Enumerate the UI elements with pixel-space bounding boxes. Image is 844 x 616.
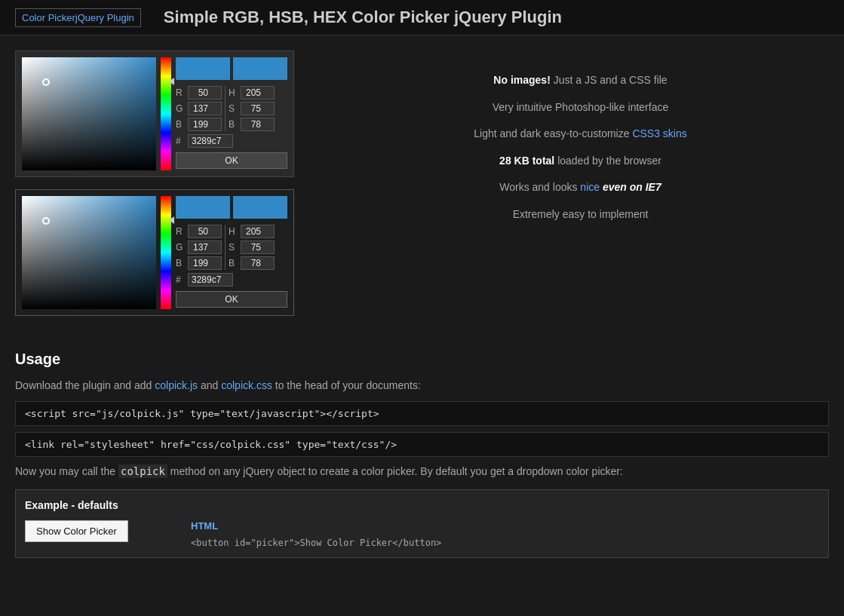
h-label-dark: H — [229, 226, 238, 237]
rgb-col-light: R G B — [176, 86, 222, 131]
hue-strip-dark[interactable] — [161, 196, 171, 309]
usage-desc-2: Now you may call the colpick method on a… — [15, 463, 829, 480]
r-input-light[interactable] — [188, 86, 222, 100]
ok-button-dark[interactable]: OK — [176, 291, 287, 308]
s-input-light[interactable] — [241, 102, 275, 115]
feature-text-1: Just a JS and a CSS file — [554, 74, 668, 86]
b-input-dark[interactable] — [188, 256, 222, 270]
hex-label-light: # — [176, 136, 185, 146]
show-picker-button[interactable]: Show Color Picker — [25, 520, 128, 542]
b-input-row-light: B — [176, 118, 222, 131]
html-label: HTML — [191, 520, 819, 532]
usage-desc-1-mid: and — [201, 379, 221, 391]
feature-no-images: No images! Just a JS and a CSS file — [362, 73, 799, 88]
feature-easy: Extremely easy to implement — [362, 207, 799, 222]
example-content: Show Color Picker HTML <button id="picke… — [25, 520, 819, 548]
features-list: No images! Just a JS and a CSS file Very… — [362, 66, 799, 222]
hue-arrow-dark — [169, 216, 174, 224]
s-input-row-light: S — [229, 102, 275, 115]
controls-panel-light: R G B — [176, 57, 287, 170]
controls-cols-light: R G B — [176, 86, 287, 131]
g-input-light[interactable] — [188, 102, 222, 115]
gradient-dark-layer-dark — [22, 196, 156, 309]
g-input-dark[interactable] — [188, 241, 222, 254]
gradient-dark-layer — [22, 57, 156, 170]
r-input-row-dark: R — [176, 225, 222, 238]
feature-highlight-5a: nice — [580, 181, 600, 193]
hex-input-dark[interactable] — [188, 273, 233, 287]
html-code: <button id="picker">Show Color Picker</b… — [191, 538, 441, 548]
bv-input-row-light: B — [229, 118, 275, 131]
color-picker-dark: R G B — [15, 189, 294, 316]
page-title: Simple RGB, HSB, HEX Color Picker jQuery… — [164, 8, 562, 27]
usage-desc-2-after: method on any jQuery object to create a … — [170, 465, 623, 477]
s-label-dark: S — [229, 242, 238, 253]
hue-strip-inner-dark — [161, 196, 171, 309]
preview-old-light — [233, 57, 287, 80]
b-label-dark: B — [176, 258, 185, 268]
g-label-light: G — [176, 103, 185, 114]
code-block-2: <link rel="stylesheet" href="css/colpick… — [15, 432, 829, 457]
h-input-row-light: H — [229, 86, 275, 100]
g-input-row-dark: G — [176, 241, 222, 254]
gradient-box-light[interactable] — [22, 57, 156, 170]
example-right: HTML <button id="picker">Show Color Pick… — [191, 520, 819, 548]
s-input-row-dark: S — [229, 241, 275, 254]
feature-skins: Light and dark easy-to-customize CSS3 sk… — [362, 127, 799, 142]
right-panel: No images! Just a JS and a CSS file Very… — [332, 51, 829, 328]
feature-text-3a: Light and dark easy-to-customize — [474, 127, 632, 139]
s-label-light: S — [229, 103, 238, 114]
h-label-light: H — [229, 87, 238, 98]
feature-text-5a: Works and looks — [499, 181, 580, 193]
feature-intuitive: Very intuitive Photoshop-like interface — [362, 100, 799, 115]
feature-highlight-3: CSS3 skins — [632, 127, 686, 139]
r-input-row-light: R — [176, 86, 222, 100]
feature-size: 28 KB total loaded by the browser — [362, 154, 799, 169]
bv-input-light[interactable] — [241, 118, 275, 131]
r-input-dark[interactable] — [188, 225, 222, 238]
rgb-col-dark: R G B — [176, 225, 222, 270]
feature-highlight-1: No images! — [493, 74, 550, 86]
main-content: R G B — [0, 35, 844, 343]
header: Color PickerjQuery Plugin Simple RGB, HS… — [0, 0, 844, 35]
preview-row-dark — [176, 196, 287, 219]
feature-highlight-4: 28 KB total — [499, 155, 554, 167]
hue-arrow-light — [169, 78, 174, 85]
hue-strip-inner-light — [161, 57, 171, 170]
usage-section: Usage Download the plugin and add colpic… — [0, 343, 844, 573]
feature-text-2: Very intuitive Photoshop-like interface — [493, 101, 668, 113]
hue-strip-light[interactable] — [161, 57, 171, 170]
usage-desc-1: Download the plugin and add colpick.js a… — [15, 377, 829, 394]
colpick-js-link[interactable]: colpick.js — [155, 379, 198, 391]
b-label-light: B — [176, 119, 185, 130]
example-header: Example - defaults — [25, 499, 819, 511]
h-input-dark[interactable] — [241, 225, 275, 238]
feature-text-4: loaded by the browser — [557, 155, 661, 167]
usage-desc-2-before: Now you may call the — [15, 465, 118, 477]
g-label-dark: G — [176, 242, 185, 253]
r-label-dark: R — [176, 226, 185, 237]
left-panel: R G B — [15, 51, 317, 328]
colpick-css-link[interactable]: colpick.css — [221, 379, 272, 391]
hex-input-light[interactable] — [188, 134, 233, 148]
feature-ie7: Works and looks nice even on IE7 — [362, 180, 799, 195]
col-sep-dark — [225, 225, 226, 270]
b-input-row-dark: B — [176, 256, 222, 270]
feature-text-6: Extremely easy to implement — [513, 208, 649, 220]
bv-input-row-dark: B — [229, 256, 275, 270]
example-box: Example - defaults Show Color Picker HTM… — [15, 489, 829, 558]
ok-button-light[interactable]: OK — [176, 152, 287, 169]
hex-row-dark: # — [176, 273, 287, 287]
s-input-dark[interactable] — [241, 241, 275, 254]
colpick-inline-code: colpick — [118, 464, 167, 478]
site-title-link[interactable]: Color PickerjQuery Plugin — [15, 8, 141, 27]
controls-cols-dark: R G B — [176, 225, 287, 270]
preview-row-light — [176, 57, 287, 80]
h-input-light[interactable] — [241, 86, 275, 100]
feature-highlight-5b: even on IE7 — [603, 181, 661, 193]
b-input-light[interactable] — [188, 118, 222, 131]
col-sep-light — [225, 86, 226, 131]
g-input-row-light: G — [176, 102, 222, 115]
bv-input-dark[interactable] — [241, 256, 275, 270]
gradient-box-dark[interactable] — [22, 196, 156, 309]
